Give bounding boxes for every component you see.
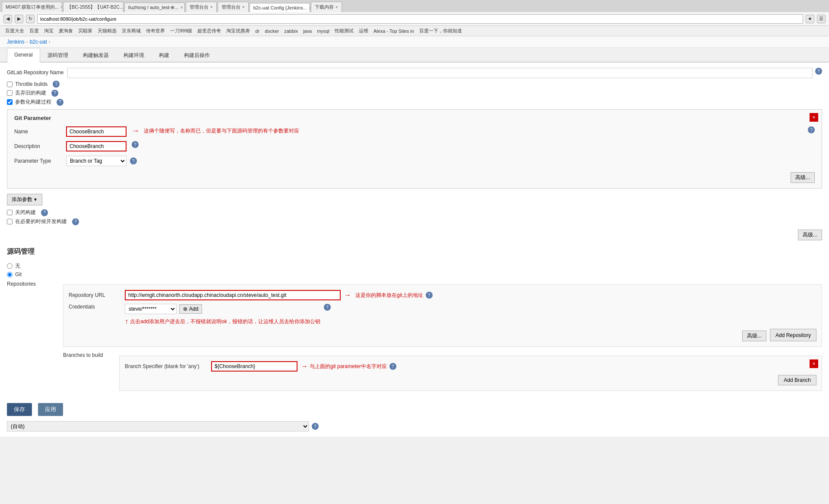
add-credentials-button[interactable]: ⊕ Add	[179, 304, 202, 314]
breadcrumb-jenkins[interactable]: Jenkins	[7, 39, 25, 45]
none-radio[interactable]	[7, 263, 13, 269]
credentials-select[interactable]: steve/*******	[125, 304, 177, 314]
repo-url-info[interactable]: ?	[426, 292, 433, 299]
add-branch-button[interactable]: Add Branch	[778, 375, 816, 385]
add-repository-button[interactable]: Add Repository	[770, 329, 816, 341]
tab-build-trigger[interactable]: 构建触发器	[76, 48, 116, 63]
address-bar[interactable]	[37, 14, 803, 24]
tab-source-management[interactable]: 源码管理	[40, 48, 76, 63]
branch-specifier-label: Branch Specifier (blank for 'any')	[125, 363, 211, 369]
branch-specifier-input[interactable]	[211, 361, 297, 372]
bookmark-17[interactable]: 运维	[357, 27, 370, 35]
build-when-checkbox[interactable]	[7, 219, 13, 224]
discard-builds-row: 丢弃旧的构建 ?	[7, 89, 822, 97]
discard-builds-checkbox[interactable]	[7, 90, 13, 96]
bookmark-12[interactable]: docker	[263, 28, 281, 34]
browser-nav: ◀ ▶ ↻ ★ ☰	[0, 12, 829, 26]
param-build-checkbox[interactable]	[7, 99, 13, 105]
reload-button[interactable]: ↻	[26, 15, 35, 23]
tab-build-env[interactable]: 构建环境	[116, 48, 152, 63]
browser-tab-2[interactable]: 【BC-2555】【UAT-B2C... ×	[63, 2, 123, 12]
menu-button[interactable]: ☰	[817, 15, 826, 23]
apply-button[interactable]: 应用	[38, 403, 63, 416]
plus-icon: ⊕	[183, 306, 187, 312]
bookmark-8[interactable]: 一刀999级	[168, 27, 194, 35]
breadcrumb-b2c-uat[interactable]: b2c-uat	[30, 39, 47, 45]
build-when-info[interactable]: ?	[72, 218, 79, 225]
browser-tabs: M0407:获取订单使用的... × 【BC-2555】【UAT-B2C... …	[0, 0, 829, 12]
throttle-builds-checkbox[interactable]	[7, 82, 13, 87]
browser-tab-7[interactable]: 下载内容 ×	[311, 2, 342, 12]
bookmark-15[interactable]: mysql	[315, 28, 331, 34]
branches-section: × Branch Specifier (blank for 'any') → 与…	[119, 356, 822, 391]
bookmark-5[interactable]: 天猫精选	[96, 27, 118, 35]
tab-post-build[interactable]: 构建后操作	[177, 48, 217, 63]
bookmark-14[interactable]: java	[301, 28, 313, 34]
tab-close-5[interactable]: ×	[242, 5, 245, 9]
throttle-info[interactable]: ?	[53, 81, 60, 88]
bookmark-1[interactable]: 百度	[28, 27, 41, 35]
tab-build[interactable]: 构建	[152, 48, 177, 63]
disable-builds-info[interactable]: ?	[41, 209, 48, 216]
repositories-outer: Repositories Repository URL → 这是你的脚本放在gi…	[7, 281, 822, 394]
branches-label: Branches to build	[63, 352, 119, 358]
advanced-2-button[interactable]: 高级...	[798, 230, 822, 240]
branch-specifier-info[interactable]: ?	[389, 363, 396, 370]
description-info[interactable]: ?	[132, 141, 139, 148]
bookmark-11[interactable]: dr	[253, 28, 261, 34]
tab-close-3[interactable]: ×	[180, 5, 183, 10]
tab-general[interactable]: General	[7, 48, 40, 63]
gitlab-repo-info[interactable]: ?	[815, 68, 822, 75]
bookmark-6[interactable]: 京东商城	[120, 27, 142, 35]
bookmarks-bar: 百度大全 百度 淘宝 麦淘食 贝聪算 天猫精选 京东商城 传奇世界 一刀999级…	[0, 26, 829, 36]
tab-close-1[interactable]: ×	[60, 5, 62, 9]
param-type-select[interactable]: Branch or Tag	[66, 156, 127, 166]
git-param-advanced-button[interactable]: 高级...	[791, 172, 815, 183]
bookmark-2[interactable]: 淘宝	[42, 27, 55, 35]
forward-button[interactable]: ▶	[15, 15, 23, 23]
tab-close-7[interactable]: ×	[335, 5, 338, 9]
bookmark-3[interactable]: 麦淘食	[57, 27, 75, 35]
bookmark-4[interactable]: 贝聪算	[76, 27, 94, 35]
gitlab-repo-input[interactable]	[67, 68, 813, 78]
star-button[interactable]: ★	[806, 15, 814, 23]
bookmark-19[interactable]: 百度一下，你就知道	[418, 27, 464, 35]
bookmark-16[interactable]: 性能测试	[333, 27, 355, 35]
git-param-close-button[interactable]: ×	[810, 113, 818, 122]
save-button[interactable]: 保存	[7, 403, 32, 416]
repo-url-input[interactable]	[125, 290, 341, 300]
browser-tab-4[interactable]: 管理台台 ×	[186, 2, 217, 12]
back-button[interactable]: ◀	[3, 15, 12, 23]
repo-advanced-button[interactable]: 高级...	[742, 331, 766, 341]
git-param-title: Git Parameter	[14, 115, 815, 121]
auto-info[interactable]: ?	[312, 423, 319, 430]
gitlab-repo-row: GitLab Repository Name ?	[7, 68, 822, 78]
repositories-content: Repository URL → 这是你的脚本放在git上的地址 ? Crede…	[63, 281, 822, 394]
param-build-info[interactable]: ?	[57, 99, 63, 106]
description-input[interactable]	[66, 141, 127, 151]
bookmark-18[interactable]: Alexa - Top Sites in	[372, 28, 416, 34]
browser-tab-3[interactable]: liuzhong / auto_test·⊕... ×	[124, 3, 185, 12]
disable-builds-checkbox[interactable]	[7, 210, 13, 215]
credentials-info[interactable]: ?	[324, 304, 331, 311]
browser-tab-6[interactable]: b2c-uat Config [Jenkins... ×	[250, 3, 310, 12]
name-info[interactable]: ?	[808, 126, 815, 133]
bookmark-0[interactable]: 百度大全	[3, 27, 26, 35]
tab-close-4[interactable]: ×	[210, 5, 213, 9]
param-build-label: 参数化构建过程	[15, 98, 51, 106]
param-type-info[interactable]: ?	[130, 158, 137, 164]
bookmark-9[interactable]: 超变态传奇	[196, 27, 223, 35]
name-input[interactable]	[66, 126, 127, 137]
branch-close-button[interactable]: ×	[810, 359, 818, 368]
auto-select[interactable]: (自动)	[7, 421, 309, 432]
browser-tab-5[interactable]: 管理台台 ×	[218, 2, 249, 12]
add-params-button[interactable]: 添加参数 ▼	[7, 194, 42, 205]
bookmark-7[interactable]: 传奇世界	[144, 27, 167, 35]
branches-content: × Branch Specifier (blank for 'any') → 与…	[119, 352, 822, 394]
discard-info[interactable]: ?	[51, 90, 58, 97]
bookmark-10[interactable]: 淘宝优惠劵	[225, 27, 252, 35]
tab-close-6[interactable]: ×	[309, 6, 310, 10]
bookmark-13[interactable]: zabbix	[282, 28, 300, 34]
browser-tab-1[interactable]: M0407:获取订单使用的... ×	[2, 2, 62, 12]
git-radio[interactable]	[7, 272, 13, 277]
